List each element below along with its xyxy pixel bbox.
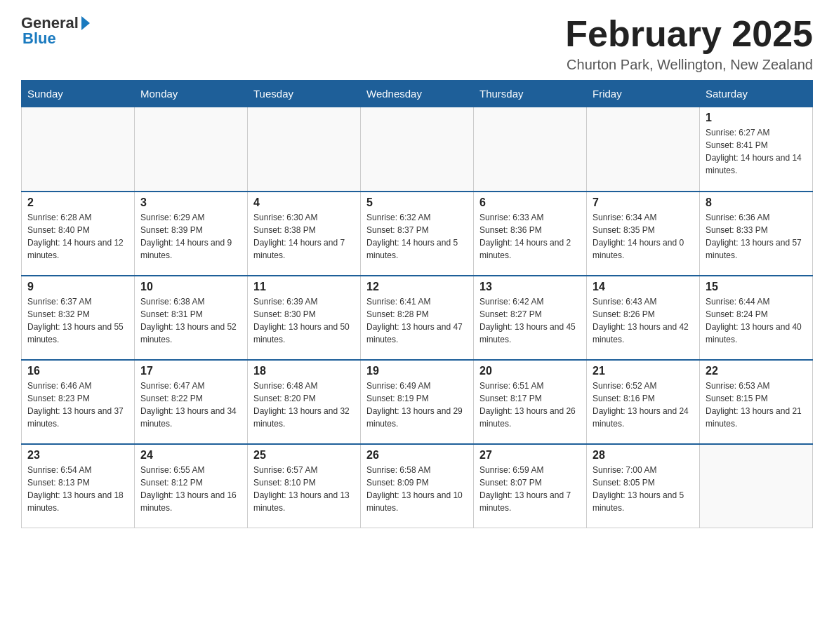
day-info: Sunrise: 6:44 AMSunset: 8:24 PMDaylight:…: [706, 295, 807, 346]
day-info: Sunrise: 6:47 AMSunset: 8:22 PMDaylight:…: [140, 380, 241, 430]
day-info: Sunrise: 6:53 AMSunset: 8:15 PMDaylight:…: [706, 380, 807, 430]
day-number: 27: [479, 449, 581, 462]
calendar-day-cell: 7Sunrise: 6:34 AMSunset: 8:35 PMDaylight…: [587, 192, 700, 276]
day-number: 14: [593, 281, 694, 293]
calendar-day-cell: 20Sunrise: 6:51 AMSunset: 8:17 PMDayligh…: [474, 360, 587, 444]
calendar-day-cell: 25Sunrise: 6:57 AMSunset: 8:10 PMDayligh…: [248, 444, 361, 528]
weekday-header-tuesday: Tuesday: [248, 81, 361, 107]
calendar-day-cell: [135, 107, 248, 192]
day-info: Sunrise: 7:00 AMSunset: 8:05 PMDaylight:…: [593, 464, 694, 514]
calendar-week-row: 1Sunrise: 6:27 AMSunset: 8:41 PMDaylight…: [22, 107, 813, 192]
day-info: Sunrise: 6:49 AMSunset: 8:19 PMDaylight:…: [366, 380, 468, 430]
day-info: Sunrise: 6:57 AMSunset: 8:10 PMDaylight:…: [253, 464, 355, 514]
day-info: Sunrise: 6:59 AMSunset: 8:07 PMDaylight:…: [479, 464, 581, 514]
day-info: Sunrise: 6:48 AMSunset: 8:20 PMDaylight:…: [253, 380, 355, 430]
day-number: 19: [366, 365, 468, 377]
calendar-week-row: 23Sunrise: 6:54 AMSunset: 8:13 PMDayligh…: [22, 444, 813, 528]
day-info: Sunrise: 6:41 AMSunset: 8:28 PMDaylight:…: [366, 295, 468, 346]
title-section: February 2025 Churton Park, Wellington, …: [565, 14, 813, 73]
month-title: February 2025: [565, 14, 813, 54]
calendar-day-cell: [700, 444, 813, 528]
day-info: Sunrise: 6:33 AMSunset: 8:36 PMDaylight:…: [479, 211, 581, 262]
day-info: Sunrise: 6:34 AMSunset: 8:35 PMDaylight:…: [593, 211, 694, 262]
day-info: Sunrise: 6:46 AMSunset: 8:23 PMDaylight:…: [27, 380, 128, 430]
weekday-header-friday: Friday: [587, 81, 700, 107]
weekday-header-sunday: Sunday: [22, 81, 135, 107]
day-info: Sunrise: 6:36 AMSunset: 8:33 PMDaylight:…: [706, 211, 807, 262]
day-info: Sunrise: 6:51 AMSunset: 8:17 PMDaylight:…: [479, 380, 581, 430]
day-number: 18: [253, 365, 355, 377]
weekday-header-thursday: Thursday: [474, 81, 587, 107]
calendar-day-cell: 22Sunrise: 6:53 AMSunset: 8:15 PMDayligh…: [700, 360, 813, 444]
weekday-header-row: SundayMondayTuesdayWednesdayThursdayFrid…: [22, 81, 813, 107]
calendar-day-cell: 4Sunrise: 6:30 AMSunset: 8:38 PMDaylight…: [248, 192, 361, 276]
page-header: General Blue February 2025 Churton Park,…: [21, 14, 813, 73]
day-number: 24: [140, 449, 241, 462]
day-info: Sunrise: 6:39 AMSunset: 8:30 PMDaylight:…: [253, 295, 355, 346]
logo-arrow-icon: [81, 16, 90, 30]
calendar-day-cell: 14Sunrise: 6:43 AMSunset: 8:26 PMDayligh…: [587, 276, 700, 360]
day-info: Sunrise: 6:28 AMSunset: 8:40 PMDaylight:…: [27, 211, 128, 262]
calendar-day-cell: 11Sunrise: 6:39 AMSunset: 8:30 PMDayligh…: [248, 276, 361, 360]
day-number: 21: [593, 365, 694, 377]
day-number: 23: [27, 449, 128, 462]
day-info: Sunrise: 6:32 AMSunset: 8:37 PMDaylight:…: [366, 211, 468, 262]
weekday-header-saturday: Saturday: [700, 81, 813, 107]
day-number: 22: [706, 365, 807, 377]
calendar-day-cell: [248, 107, 361, 192]
day-info: Sunrise: 6:58 AMSunset: 8:09 PMDaylight:…: [366, 464, 468, 514]
calendar-day-cell: [587, 107, 700, 192]
calendar-day-cell: 16Sunrise: 6:46 AMSunset: 8:23 PMDayligh…: [22, 360, 135, 444]
day-number: 2: [27, 196, 128, 209]
day-info: Sunrise: 6:27 AMSunset: 8:41 PMDaylight:…: [706, 126, 807, 177]
day-number: 5: [366, 196, 468, 209]
calendar-day-cell: 18Sunrise: 6:48 AMSunset: 8:20 PMDayligh…: [248, 360, 361, 444]
calendar-day-cell: [474, 107, 587, 192]
day-info: Sunrise: 6:42 AMSunset: 8:27 PMDaylight:…: [479, 295, 581, 346]
calendar-day-cell: 23Sunrise: 6:54 AMSunset: 8:13 PMDayligh…: [22, 444, 135, 528]
day-number: 26: [366, 449, 468, 462]
day-number: 7: [593, 196, 694, 209]
calendar-day-cell: 24Sunrise: 6:55 AMSunset: 8:12 PMDayligh…: [135, 444, 248, 528]
calendar-day-cell: 13Sunrise: 6:42 AMSunset: 8:27 PMDayligh…: [474, 276, 587, 360]
day-number: 8: [706, 196, 807, 209]
location-subtitle: Churton Park, Wellington, New Zealand: [565, 57, 813, 73]
day-info: Sunrise: 6:37 AMSunset: 8:32 PMDaylight:…: [27, 295, 128, 346]
calendar-day-cell: 28Sunrise: 7:00 AMSunset: 8:05 PMDayligh…: [587, 444, 700, 528]
logo: General Blue: [21, 14, 90, 48]
day-number: 13: [479, 281, 581, 293]
day-number: 17: [140, 365, 241, 377]
day-number: 25: [253, 449, 355, 462]
day-info: Sunrise: 6:30 AMSunset: 8:38 PMDaylight:…: [253, 211, 355, 262]
day-number: 20: [479, 365, 581, 377]
calendar-day-cell: [22, 107, 135, 192]
calendar-day-cell: 17Sunrise: 6:47 AMSunset: 8:22 PMDayligh…: [135, 360, 248, 444]
day-number: 10: [140, 281, 241, 293]
day-number: 28: [593, 449, 694, 462]
day-info: Sunrise: 6:52 AMSunset: 8:16 PMDaylight:…: [593, 380, 694, 430]
day-info: Sunrise: 6:54 AMSunset: 8:13 PMDaylight:…: [27, 464, 128, 514]
day-info: Sunrise: 6:43 AMSunset: 8:26 PMDaylight:…: [593, 295, 694, 346]
weekday-header-wednesday: Wednesday: [361, 81, 474, 107]
calendar-day-cell: 1Sunrise: 6:27 AMSunset: 8:41 PMDaylight…: [700, 107, 813, 192]
day-number: 9: [27, 281, 128, 293]
calendar-day-cell: 12Sunrise: 6:41 AMSunset: 8:28 PMDayligh…: [361, 276, 474, 360]
logo-blue-text: Blue: [22, 29, 56, 48]
calendar-day-cell: 6Sunrise: 6:33 AMSunset: 8:36 PMDaylight…: [474, 192, 587, 276]
day-number: 3: [140, 196, 241, 209]
day-info: Sunrise: 6:55 AMSunset: 8:12 PMDaylight:…: [140, 464, 241, 514]
calendar-day-cell: 8Sunrise: 6:36 AMSunset: 8:33 PMDaylight…: [700, 192, 813, 276]
calendar-day-cell: 21Sunrise: 6:52 AMSunset: 8:16 PMDayligh…: [587, 360, 700, 444]
day-info: Sunrise: 6:38 AMSunset: 8:31 PMDaylight:…: [140, 295, 241, 346]
calendar-day-cell: 26Sunrise: 6:58 AMSunset: 8:09 PMDayligh…: [361, 444, 474, 528]
day-number: 1: [706, 112, 807, 124]
calendar-day-cell: 3Sunrise: 6:29 AMSunset: 8:39 PMDaylight…: [135, 192, 248, 276]
day-info: Sunrise: 6:29 AMSunset: 8:39 PMDaylight:…: [140, 211, 241, 262]
day-number: 12: [366, 281, 468, 293]
day-number: 16: [27, 365, 128, 377]
calendar-day-cell: 10Sunrise: 6:38 AMSunset: 8:31 PMDayligh…: [135, 276, 248, 360]
calendar-day-cell: 9Sunrise: 6:37 AMSunset: 8:32 PMDaylight…: [22, 276, 135, 360]
calendar-week-row: 16Sunrise: 6:46 AMSunset: 8:23 PMDayligh…: [22, 360, 813, 444]
day-number: 15: [706, 281, 807, 293]
calendar-week-row: 2Sunrise: 6:28 AMSunset: 8:40 PMDaylight…: [22, 192, 813, 276]
